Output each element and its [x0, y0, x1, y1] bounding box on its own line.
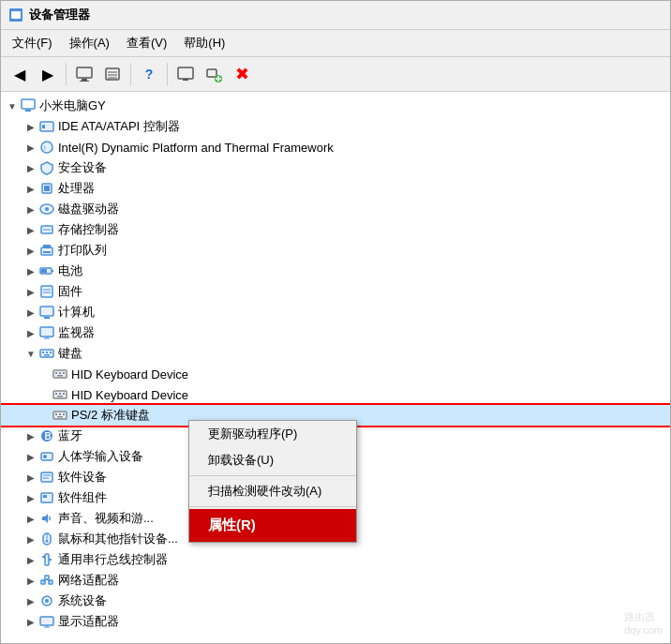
- add-device-icon: [205, 66, 222, 82]
- svg-rect-43: [46, 352, 48, 353]
- monitor-icon-btn[interactable]: [172, 61, 199, 87]
- list-icon-btn[interactable]: [99, 61, 126, 87]
- display-label: 显示适配器: [58, 613, 119, 630]
- storage-icon: [38, 221, 55, 238]
- menu-view[interactable]: 查看(V): [119, 32, 174, 54]
- svg-rect-38: [40, 327, 53, 337]
- ctx-properties[interactable]: 属性(R): [189, 509, 356, 542]
- svg-rect-65: [41, 472, 52, 482]
- svg-point-72: [46, 540, 49, 543]
- menu-help[interactable]: 帮助(H): [176, 32, 232, 54]
- tree-item-hid2[interactable]: HID Keyboard Device: [1, 384, 670, 405]
- delete-button[interactable]: ✖: [229, 61, 255, 87]
- keyboard-group-expand-icon: ▼: [23, 346, 38, 361]
- ctx-separator-2: [189, 506, 356, 507]
- svg-rect-29: [43, 251, 51, 253]
- intel-icon: i: [38, 139, 55, 156]
- tree-item-cpu[interactable]: ▶ 处理器: [1, 178, 670, 199]
- svg-rect-45: [44, 354, 50, 356]
- cpu-expand-icon: ▶: [23, 181, 38, 196]
- menu-file[interactable]: 文件(F): [5, 32, 60, 54]
- tree-item-firmware[interactable]: ▶ 固件: [1, 281, 670, 302]
- system-label: 系统设备: [58, 592, 107, 609]
- tree-item-intel[interactable]: ▶ i Intel(R) Dynamic Platform and Therma…: [1, 137, 670, 157]
- svg-rect-15: [22, 99, 35, 109]
- ide-expand-icon: ▶: [23, 119, 38, 134]
- root-expand-icon: ▼: [5, 98, 20, 113]
- software-expand-icon: ▶: [23, 470, 38, 485]
- back-button[interactable]: ◀: [7, 61, 33, 87]
- firmware-label: 固件: [58, 283, 82, 300]
- ctx-uninstall[interactable]: 卸载设备(U): [189, 447, 356, 473]
- svg-rect-36: [40, 307, 53, 316]
- help-icon-btn[interactable]: ?: [136, 61, 162, 87]
- battery-icon: [38, 262, 55, 279]
- disk-expand-icon: ▶: [23, 202, 38, 217]
- svg-text:B: B: [45, 431, 52, 442]
- print-icon: [38, 242, 55, 259]
- menu-action[interactable]: 操作(A): [62, 32, 117, 54]
- tree-item-network[interactable]: ▶ 网络适配器: [1, 570, 670, 591]
- ps2-label: PS/2 标准键盘: [71, 407, 150, 424]
- svg-rect-57: [55, 413, 57, 415]
- print-expand-icon: ▶: [23, 243, 38, 258]
- tree-root[interactable]: ▼ 小米电脑GY: [1, 96, 670, 116]
- svg-rect-69: [43, 495, 47, 498]
- battery-expand-icon: ▶: [23, 263, 38, 278]
- intel-label: Intel(R) Dynamic Platform and Thermal Fr…: [58, 141, 334, 155]
- ctx-scan[interactable]: 扫描检测硬件改动(A): [189, 478, 356, 504]
- svg-rect-60: [57, 416, 63, 418]
- hid-label: 人体学输入设备: [58, 448, 143, 465]
- svg-rect-59: [63, 413, 65, 415]
- tree-item-storage[interactable]: ▶ 存储控制器: [1, 219, 670, 240]
- security-icon: [38, 159, 55, 176]
- svg-point-19: [41, 142, 52, 153]
- tree-item-monitor[interactable]: ▶ 监视器: [1, 322, 670, 343]
- watermark-line1: 路由器: [624, 610, 663, 624]
- context-menu: 更新驱动程序(P) 卸载设备(U) 扫描检测硬件改动(A) 属性(R): [188, 420, 357, 543]
- ctx-update-driver[interactable]: 更新驱动程序(P): [189, 421, 356, 447]
- svg-rect-18: [42, 125, 45, 128]
- tree-item-keyboard-group[interactable]: ▼ 键盘: [1, 343, 670, 364]
- disk-label: 磁盘驱动器: [58, 201, 119, 217]
- svg-rect-33: [41, 286, 52, 297]
- firmware-icon: [38, 283, 55, 300]
- device-add-btn[interactable]: [201, 61, 227, 87]
- svg-point-24: [45, 207, 49, 211]
- tree-item-display[interactable]: ▶ 显示适配器: [1, 611, 670, 632]
- tree-item-usb[interactable]: ▶ 通用串行总线控制器: [1, 549, 670, 570]
- menu-bar: 文件(F) 操作(A) 查看(V) 帮助(H): [1, 30, 670, 57]
- svg-text:i: i: [44, 143, 46, 152]
- softcomp-expand-icon: ▶: [23, 490, 38, 505]
- svg-rect-49: [63, 372, 65, 374]
- hid1-expand-icon: [42, 367, 52, 382]
- device-manager-window: 设备管理器 文件(F) 操作(A) 查看(V) 帮助(H) ◀ ▶: [0, 0, 671, 644]
- mouse-expand-icon: ▶: [23, 532, 38, 547]
- svg-rect-3: [82, 79, 87, 81]
- bluetooth-icon: B: [38, 427, 55, 444]
- tree-item-security[interactable]: ▶ 安全设备: [1, 157, 670, 178]
- forward-button[interactable]: ▶: [35, 61, 61, 87]
- network-expand-icon: ▶: [23, 573, 38, 588]
- usb-label: 通用串行总线控制器: [58, 551, 168, 568]
- display-icon: [38, 613, 55, 630]
- tree-item-disk[interactable]: ▶ 磁盘驱动器: [1, 199, 670, 219]
- computer-icon-btn[interactable]: [71, 61, 97, 87]
- tree-item-print[interactable]: ▶ 打印队列: [1, 240, 670, 261]
- svg-rect-28: [43, 245, 51, 248]
- tree-item-system[interactable]: ▶ 系统设备: [1, 591, 670, 611]
- tree-item-ide[interactable]: ▶ IDE ATA/ATAPI 控制器: [1, 116, 670, 137]
- svg-rect-10: [183, 79, 188, 81]
- tree-item-hid1[interactable]: HID Keyboard Device: [1, 364, 670, 384]
- svg-rect-47: [55, 372, 57, 374]
- svg-rect-16: [25, 110, 31, 112]
- tree-item-battery[interactable]: ▶ 电池: [1, 261, 670, 281]
- svg-rect-55: [57, 396, 63, 397]
- hid-expand-icon: ▶: [23, 449, 38, 464]
- tree-item-computer[interactable]: ▶ 计算机: [1, 302, 670, 322]
- watermark-line2: dqy.com: [624, 624, 663, 636]
- ps2-expand-icon: [42, 408, 52, 423]
- battery-label: 电池: [58, 262, 82, 279]
- system-icon: [38, 592, 55, 609]
- mouse-label: 鼠标和其他指针设备...: [58, 531, 178, 547]
